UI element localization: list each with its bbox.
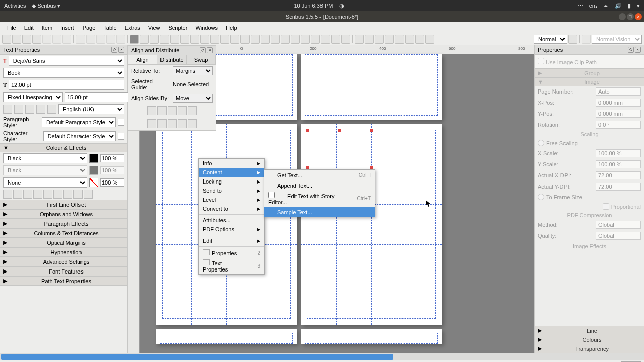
open-button[interactable] [12,35,21,44]
vision-select[interactable]: Normal Vision [592,35,642,44]
underline-words-button[interactable] [13,190,22,199]
preflight-button[interactable] [52,35,61,44]
preview-button[interactable] [582,35,591,44]
fill-color-select[interactable]: Black [3,153,87,163]
ctx-sub-get-text-[interactable]: Get Text...Ctrl+I [264,170,375,180]
network-icon[interactable]: ⏶ [603,3,609,9]
pdf-link[interactable] [425,35,434,44]
image-frame-tool[interactable] [150,35,159,44]
lang-indicator[interactable]: en₁ [589,3,597,9]
menu-insert[interactable]: Insert [56,25,78,31]
align-close-button[interactable]: × [207,47,213,53]
ctx-send-to[interactable]: Send to▶ [199,186,264,195]
expander-optical-margins[interactable]: ▶Optical Margins [0,238,127,247]
menu-help[interactable]: Help [222,25,242,31]
copy-props-tool[interactable] [331,35,340,44]
para-style-edit-button[interactable] [118,119,124,126]
expander-font-features[interactable]: ▶Font Features [0,266,127,276]
align-v4[interactable] [178,119,187,128]
render-frame-tool[interactable] [160,35,169,44]
close-doc-button[interactable] [32,35,41,44]
calligraphy-tool[interactable] [251,35,260,44]
rotate-tool[interactable] [261,35,270,44]
zoom-tool[interactable] [271,35,280,44]
link-frames-tool[interactable] [301,35,310,44]
align-top-edges[interactable] [147,119,156,128]
ctx-sub-append-text-[interactable]: Append Text... [264,180,375,190]
print-button[interactable] [42,35,51,44]
menu-table[interactable]: Table [99,25,120,31]
align-center-h[interactable] [157,106,167,115]
expander-columns-text-distances[interactable]: ▶Columns & Text Distances [0,228,127,238]
fill-opacity-input[interactable] [100,154,124,162]
align-justify-button[interactable] [36,105,45,114]
bg-opacity-input[interactable] [100,178,124,187]
redo-button[interactable] [86,35,95,44]
allcaps-button[interactable] [43,190,52,199]
measure-tool[interactable] [321,35,330,44]
tab-distribute[interactable]: Distribute [157,55,187,64]
ctx-text-properties[interactable]: Text PropertiesF3 [199,258,264,274]
linespacing-mode-select[interactable]: Fixed Linespacing [3,92,63,102]
line-expander[interactable]: ▶Line [535,326,644,335]
menu-file[interactable]: File [3,25,20,31]
char-style-select[interactable]: Default Character Style [43,131,116,141]
align-center-v[interactable] [157,119,167,128]
ctx-locking[interactable]: Locking▶ [199,177,264,186]
font-family-select[interactable]: DejaVu Sans [9,56,124,66]
underline-button[interactable] [3,190,12,199]
expander-first-line-offset[interactable]: ▶First Line Offset [0,200,127,209]
tab-align[interactable]: Align [128,55,157,64]
copy-button[interactable] [106,35,115,44]
pdf-checkbox[interactable] [385,35,394,44]
group-expander[interactable]: ▶Group [535,68,644,77]
image-expander[interactable]: ▼Image [535,77,644,86]
select-tool[interactable] [130,35,139,44]
save-button[interactable] [22,35,31,44]
pdf-listbox[interactable] [405,35,414,44]
expander-hyphenation[interactable]: ▶Hyphenation [0,247,127,257]
ctx-info[interactable]: Info▶ [199,159,264,168]
ctx-sub-sample-text-[interactable]: Sample Text... [264,207,375,217]
cut-button[interactable] [96,35,105,44]
align-bottom-edges[interactable] [168,119,177,128]
polygon-tool[interactable] [210,35,219,44]
text-frame-tool[interactable] [140,35,149,44]
props-float-button[interactable]: ◇ [628,47,634,53]
pdf-annotation[interactable] [415,35,424,44]
expander-orphans-and-widows[interactable]: ▶Orphans and Widows [0,209,127,219]
ctx-sub-edit-text-with-story-editor-[interactable]: Edit Text with Story Editor...Ctrl+T [264,190,375,207]
ctx-convert-to[interactable]: Convert to▶ [199,204,264,213]
pdf-button[interactable] [62,35,71,44]
preview-mode-select[interactable]: Normal [534,35,567,44]
align-left-button[interactable] [3,105,12,114]
activities-button[interactable]: Activities [4,3,26,9]
subscript-button[interactable] [23,190,32,199]
ctx-pdf-options[interactable]: PDF Options▶ [199,225,264,234]
expander-path-text-properties[interactable]: ▶Path Text Properties [0,276,127,286]
menu-item[interactable]: Item [38,25,56,31]
pdf-textfield[interactable] [375,35,384,44]
align-right-edges[interactable] [168,106,177,115]
eyedropper-tool[interactable] [341,35,350,44]
outline-button[interactable] [73,190,83,199]
relative-to-select[interactable]: Margins [173,66,213,75]
table-tool[interactable] [170,35,179,44]
align-right-button[interactable] [25,105,34,114]
shadow-button[interactable] [84,190,93,199]
font-size-input[interactable] [9,80,124,90]
maximize-button[interactable]: □ [627,13,634,20]
strikeout-button[interactable] [63,190,72,199]
align-v5[interactable] [188,119,197,128]
menu-page[interactable]: Page [78,25,100,31]
edit-contents-tool[interactable] [281,35,290,44]
volume-icon[interactable]: 🔊 [615,3,622,9]
close-button[interactable]: × [635,13,642,20]
expander-paragraph-effects[interactable]: ▶Paragraph Effects [0,219,127,228]
ctx-level[interactable]: Level▶ [199,195,264,204]
smallcaps-button[interactable] [53,190,62,199]
align-h4[interactable] [178,106,187,115]
stroke-opacity-input[interactable] [100,166,124,174]
menu-view[interactable]: View [144,25,165,31]
app-indicator[interactable]: ◆ Scribus ▾ [32,3,60,9]
